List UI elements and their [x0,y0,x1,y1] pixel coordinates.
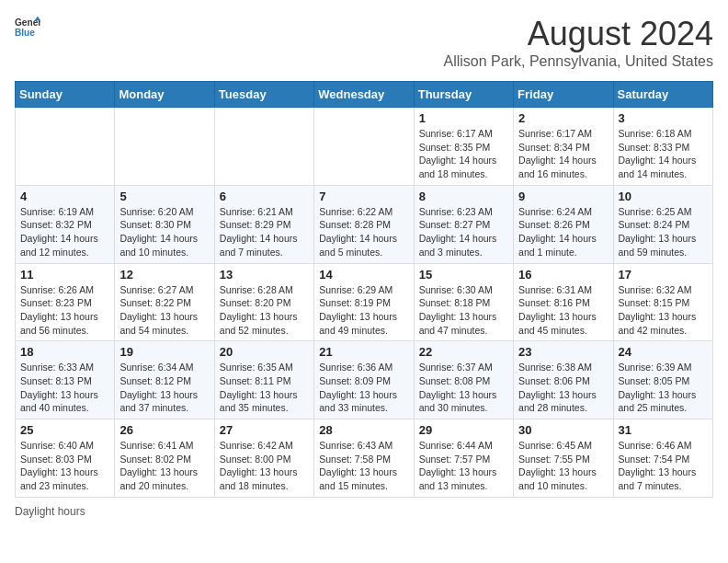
day-number: 22 [419,345,508,359]
day-info: Sunrise: 6:17 AM Sunset: 8:35 PM Dayligh… [419,127,508,181]
calendar-header-row: SundayMondayTuesdayWednesdayThursdayFrid… [16,82,713,108]
day-info: Sunrise: 6:18 AM Sunset: 8:33 PM Dayligh… [619,127,708,181]
day-info: Sunrise: 6:42 AM Sunset: 8:00 PM Dayligh… [220,439,309,493]
day-number: 7 [319,190,408,203]
calendar-cell: 21Sunrise: 6:36 AM Sunset: 8:09 PM Dayli… [314,341,414,419]
calendar-cell: 14Sunrise: 6:29 AM Sunset: 8:19 PM Dayli… [314,263,414,341]
calendar-cell: 20Sunrise: 6:35 AM Sunset: 8:11 PM Dayli… [214,341,313,419]
calendar-cell: 28Sunrise: 6:43 AM Sunset: 7:58 PM Dayli… [314,419,414,498]
day-number: 31 [619,423,708,437]
calendar-cell: 25Sunrise: 6:40 AM Sunset: 8:03 PM Dayli… [16,419,115,498]
day-info: Sunrise: 6:44 AM Sunset: 7:57 PM Dayligh… [419,439,508,493]
calendar-cell: 23Sunrise: 6:38 AM Sunset: 8:06 PM Dayli… [514,341,613,419]
day-number: 28 [319,423,408,437]
calendar-cell: 7Sunrise: 6:22 AM Sunset: 8:28 PM Daylig… [314,185,414,263]
calendar-cell: 18Sunrise: 6:33 AM Sunset: 8:13 PM Dayli… [16,341,115,419]
day-number: 25 [20,423,109,437]
day-info: Sunrise: 6:37 AM Sunset: 8:08 PM Dayligh… [419,361,508,415]
calendar-cell: 11Sunrise: 6:26 AM Sunset: 8:23 PM Dayli… [16,263,115,341]
calendar-cell: 16Sunrise: 6:31 AM Sunset: 8:16 PM Dayli… [514,263,613,341]
day-number: 24 [619,345,708,359]
calendar-cell: 29Sunrise: 6:44 AM Sunset: 7:57 PM Dayli… [414,419,513,498]
day-info: Sunrise: 6:21 AM Sunset: 8:29 PM Dayligh… [220,205,309,259]
calendar-week-row: 25Sunrise: 6:40 AM Sunset: 8:03 PM Dayli… [16,419,713,498]
col-header-thursday: Thursday [414,82,513,108]
day-info: Sunrise: 6:39 AM Sunset: 8:05 PM Dayligh… [619,361,708,415]
day-number: 12 [119,268,209,282]
day-info: Sunrise: 6:22 AM Sunset: 8:28 PM Dayligh… [319,205,408,259]
day-info: Sunrise: 6:40 AM Sunset: 8:03 PM Dayligh… [20,439,109,493]
day-number: 14 [319,268,408,282]
title-block: August 2024 Allison Park, Pennsylvania, … [444,15,713,70]
day-info: Sunrise: 6:32 AM Sunset: 8:15 PM Dayligh… [619,283,708,338]
calendar-cell: 10Sunrise: 6:25 AM Sunset: 8:24 PM Dayli… [613,185,712,263]
day-info: Sunrise: 6:34 AM Sunset: 8:12 PM Dayligh… [119,361,209,415]
day-number: 11 [20,268,109,282]
calendar-cell: 31Sunrise: 6:46 AM Sunset: 7:54 PM Dayli… [613,419,712,498]
calendar-cell: 9Sunrise: 6:24 AM Sunset: 8:26 PM Daylig… [514,185,613,263]
day-number: 27 [220,423,309,437]
day-number: 1 [419,111,508,125]
day-number: 30 [518,423,608,437]
svg-text:Blue: Blue [15,28,35,38]
day-number: 5 [119,190,209,203]
calendar-cell: 12Sunrise: 6:27 AM Sunset: 8:22 PM Dayli… [115,263,214,341]
location: Allison Park, Pennsylvania, United State… [444,53,713,70]
day-info: Sunrise: 6:19 AM Sunset: 8:32 PM Dayligh… [20,205,109,259]
day-number: 23 [518,345,608,359]
day-info: Sunrise: 6:28 AM Sunset: 8:20 PM Dayligh… [220,283,309,338]
col-header-monday: Monday [115,82,214,108]
day-number: 2 [518,111,608,125]
calendar-cell: 8Sunrise: 6:23 AM Sunset: 8:27 PM Daylig… [414,185,513,263]
calendar-cell: 27Sunrise: 6:42 AM Sunset: 8:00 PM Dayli… [214,419,313,498]
day-info: Sunrise: 6:35 AM Sunset: 8:11 PM Dayligh… [220,361,309,415]
day-info: Sunrise: 6:23 AM Sunset: 8:27 PM Dayligh… [419,205,508,259]
calendar-cell [16,108,115,186]
day-number: 17 [619,268,708,282]
day-number: 8 [419,190,508,203]
day-number: 13 [220,268,309,282]
calendar-cell: 1Sunrise: 6:17 AM Sunset: 8:35 PM Daylig… [414,108,513,186]
calendar-cell: 22Sunrise: 6:37 AM Sunset: 8:08 PM Dayli… [414,341,513,419]
daylight-label: Daylight hours [15,505,85,518]
day-number: 18 [20,345,109,359]
calendar-cell: 30Sunrise: 6:45 AM Sunset: 7:55 PM Dayli… [514,419,613,498]
footer: Daylight hours [15,505,713,518]
day-number: 16 [518,268,608,282]
calendar-cell: 6Sunrise: 6:21 AM Sunset: 8:29 PM Daylig… [214,185,313,263]
logo: General Blue [15,15,40,40]
calendar-cell: 5Sunrise: 6:20 AM Sunset: 8:30 PM Daylig… [115,185,214,263]
day-number: 9 [518,190,608,203]
day-info: Sunrise: 6:29 AM Sunset: 8:19 PM Dayligh… [319,283,408,338]
col-header-sunday: Sunday [16,82,115,108]
day-number: 19 [119,345,209,359]
calendar-cell [314,108,414,186]
calendar-cell [115,108,214,186]
calendar-cell: 4Sunrise: 6:19 AM Sunset: 8:32 PM Daylig… [16,185,115,263]
day-info: Sunrise: 6:30 AM Sunset: 8:18 PM Dayligh… [419,283,508,338]
day-number: 29 [419,423,508,437]
calendar-week-row: 18Sunrise: 6:33 AM Sunset: 8:13 PM Dayli… [16,341,713,419]
month-year: August 2024 [444,15,713,53]
page-header: General Blue August 2024 Allison Park, P… [15,15,713,70]
day-info: Sunrise: 6:41 AM Sunset: 8:02 PM Dayligh… [119,439,209,493]
calendar-table: SundayMondayTuesdayWednesdayThursdayFrid… [15,81,713,498]
col-header-tuesday: Tuesday [214,82,313,108]
calendar-cell: 3Sunrise: 6:18 AM Sunset: 8:33 PM Daylig… [613,108,712,186]
day-info: Sunrise: 6:25 AM Sunset: 8:24 PM Dayligh… [619,205,708,259]
day-number: 3 [619,111,708,125]
calendar-cell: 24Sunrise: 6:39 AM Sunset: 8:05 PM Dayli… [613,341,712,419]
day-number: 26 [119,423,209,437]
calendar-cell [214,108,313,186]
day-number: 4 [20,190,109,203]
day-info: Sunrise: 6:38 AM Sunset: 8:06 PM Dayligh… [518,361,608,415]
calendar-week-row: 11Sunrise: 6:26 AM Sunset: 8:23 PM Dayli… [16,263,713,341]
calendar-cell: 15Sunrise: 6:30 AM Sunset: 8:18 PM Dayli… [414,263,513,341]
day-info: Sunrise: 6:36 AM Sunset: 8:09 PM Dayligh… [319,361,408,415]
day-number: 10 [619,190,708,203]
day-info: Sunrise: 6:26 AM Sunset: 8:23 PM Dayligh… [20,283,109,338]
day-number: 15 [419,268,508,282]
calendar-cell: 19Sunrise: 6:34 AM Sunset: 8:12 PM Dayli… [115,341,214,419]
day-info: Sunrise: 6:31 AM Sunset: 8:16 PM Dayligh… [518,283,608,338]
day-info: Sunrise: 6:24 AM Sunset: 8:26 PM Dayligh… [518,205,608,259]
